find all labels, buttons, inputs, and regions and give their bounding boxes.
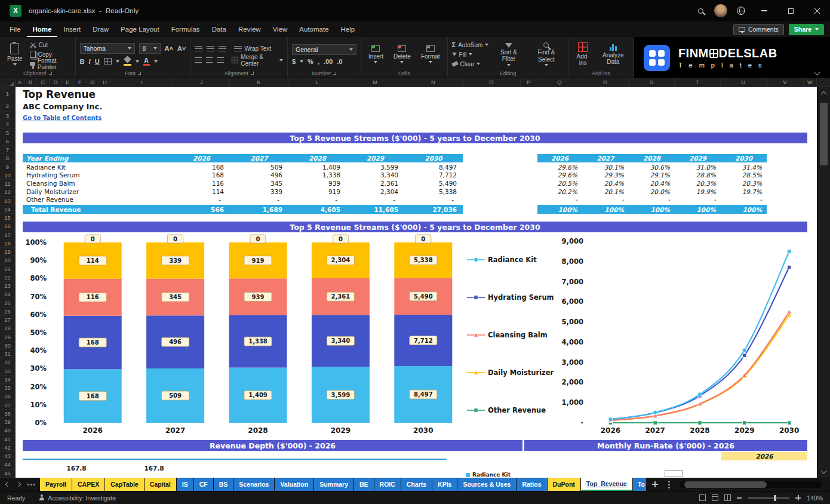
row-header-11[interactable]: 11 <box>0 180 15 188</box>
value-cell[interactable]: 2,304 <box>346 188 404 196</box>
scroll-up-icon[interactable] <box>821 91 827 97</box>
value-cell[interactable]: 5,338 <box>404 188 463 196</box>
value-cell[interactable]: 939 <box>288 179 346 188</box>
page-layout-view-icon[interactable] <box>712 494 718 501</box>
sheet-tab-bs[interactable]: BS <box>214 478 233 491</box>
number-button-[interactable]: % <box>308 58 313 65</box>
menu-draw[interactable]: Draw <box>87 21 115 37</box>
mix-value-cell[interactable]: 29.6% <box>537 171 582 180</box>
number-button-[interactable]: $ <box>292 58 296 65</box>
fill-color-button[interactable] <box>124 57 131 66</box>
column-header-W[interactable]: W <box>804 78 817 87</box>
value-cell[interactable]: 1,409 <box>288 163 346 171</box>
row-header-12[interactable]: 12 <box>0 188 15 196</box>
value-cell[interactable]: 168 <box>173 163 230 171</box>
add-sheet-button[interactable] <box>651 481 659 488</box>
fill-button[interactable]: Fill <box>452 50 489 59</box>
sheet-tab-cf[interactable]: CF <box>194 478 213 491</box>
row-header-25[interactable]: 25 <box>0 299 15 308</box>
menu-page-layout[interactable]: Page Layout <box>115 21 165 37</box>
total-value-cell[interactable]: 11,605 <box>346 205 404 214</box>
sort-filter-button[interactable]: Sort & Filter <box>493 42 524 67</box>
column-header-U[interactable]: U <box>721 78 767 87</box>
sheet-tab-capital[interactable]: Capital <box>145 478 176 491</box>
value-cell[interactable]: 1,338 <box>288 171 346 180</box>
row-header-35[interactable]: 35 <box>0 384 15 392</box>
row-header-8[interactable]: 8 <box>0 154 15 162</box>
row-header-33[interactable]: 33 <box>0 367 15 376</box>
decrease-font-button[interactable]: A˅ <box>177 45 186 52</box>
year-header-2026[interactable]: 2026 <box>173 154 230 162</box>
mix-value-cell[interactable]: 20.2% <box>537 188 582 196</box>
row-header-40[interactable]: 40 <box>0 426 15 435</box>
row-header-28[interactable]: 28 <box>0 324 15 333</box>
tab-scroll-right-icon[interactable] <box>16 482 21 487</box>
value-cell[interactable]: - <box>404 195 463 204</box>
sheet-tab-dupont[interactable]: DuPont <box>548 478 580 491</box>
menu-file[interactable]: File <box>4 21 27 37</box>
column-header-G[interactable]: G <box>87 78 99 87</box>
total-value-cell[interactable]: 27,036 <box>404 205 463 214</box>
total-value-cell[interactable]: 566 <box>173 205 230 214</box>
value-cell[interactable]: 8,497 <box>404 163 463 171</box>
mix-value-cell[interactable]: 20.5% <box>537 179 582 188</box>
mix-value-cell[interactable]: 19.9% <box>675 188 721 196</box>
cut-button[interactable]: Cut <box>30 41 71 49</box>
number-button-0[interactable]: .0 <box>337 58 342 65</box>
align-center-icon[interactable] <box>206 57 213 63</box>
row-header-27[interactable]: 27 <box>0 316 15 324</box>
column-header-L[interactable]: L <box>288 78 346 87</box>
tab-scroll-left-icon[interactable] <box>5 482 10 487</box>
mix-total-cell[interactable]: 100% <box>582 205 629 214</box>
italic-button[interactable]: I <box>89 58 91 65</box>
mix-value-cell[interactable]: 29.1% <box>629 171 675 180</box>
column-header-B[interactable]: B <box>24 78 37 87</box>
column-header-O[interactable]: O <box>463 78 521 87</box>
value-cell[interactable]: - <box>288 195 346 204</box>
format-cells-button[interactable]: Format <box>418 45 443 64</box>
row-label-cleansing-balm[interactable]: Cleansing Balm <box>23 179 173 188</box>
align-top-icon[interactable] <box>195 46 202 51</box>
align-right-icon[interactable] <box>217 57 223 63</box>
share-button[interactable]: Share <box>789 24 824 35</box>
row-header-15[interactable]: 15 <box>0 214 15 222</box>
column-header-V[interactable]: V <box>767 78 804 87</box>
row-header-7[interactable]: 7 <box>0 146 15 154</box>
mix-value-cell[interactable]: 20.4% <box>582 179 629 188</box>
sheet-tab-kpis[interactable]: KPIs <box>432 478 457 491</box>
column-header-Q[interactable]: Q <box>537 78 582 87</box>
mix-total-cell[interactable]: 100% <box>629 205 675 214</box>
mix-total-cell[interactable]: 100% <box>721 205 767 214</box>
column-header-J[interactable]: J <box>173 78 230 87</box>
mix-value-cell[interactable]: 28.8% <box>675 171 721 180</box>
mix-value-cell[interactable]: - <box>721 195 767 204</box>
zoom-out-icon[interactable] <box>737 497 742 499</box>
value-cell[interactable]: - <box>346 195 404 204</box>
merge-center-button[interactable]: Merge & Center <box>232 56 283 64</box>
wrap-text-button[interactable]: Wrap Text <box>234 45 271 53</box>
value-cell[interactable]: 116 <box>173 179 230 188</box>
mix-value-cell[interactable]: 20.3% <box>721 179 767 188</box>
year-highlight-cell[interactable]: 2026 <box>721 452 807 460</box>
horizontal-scrollbar[interactable] <box>680 481 822 488</box>
value-cell[interactable]: 114 <box>173 188 230 196</box>
row-header-37[interactable]: 37 <box>0 401 15 410</box>
value-cell[interactable]: 168 <box>173 171 230 180</box>
row-header-39[interactable]: 39 <box>0 418 15 426</box>
vertical-scrollbar[interactable] <box>817 87 830 478</box>
mix-value-cell[interactable]: 20.3% <box>675 179 721 188</box>
value-cell[interactable]: 509 <box>230 163 288 171</box>
mix-value-cell[interactable]: 20.4% <box>629 179 675 188</box>
value-cell[interactable]: 2,361 <box>346 179 404 188</box>
tab-menu-icon[interactable] <box>668 484 670 485</box>
value-cell[interactable]: 5,490 <box>404 179 463 188</box>
mix-value-cell[interactable]: 19.7% <box>721 188 767 196</box>
mix-value-cell[interactable]: 29.3% <box>582 171 629 180</box>
column-header-F[interactable]: F <box>74 78 87 87</box>
find-select-button[interactable]: Find & Select <box>529 42 564 67</box>
column-header-A[interactable]: A <box>16 78 24 87</box>
sheet-tab-charts[interactable]: Charts <box>401 478 432 491</box>
increase-font-button[interactable]: A˄ <box>165 45 173 52</box>
sheet-tab-valuation[interactable]: Valuation <box>275 478 313 491</box>
bold-button[interactable]: B <box>80 58 85 65</box>
